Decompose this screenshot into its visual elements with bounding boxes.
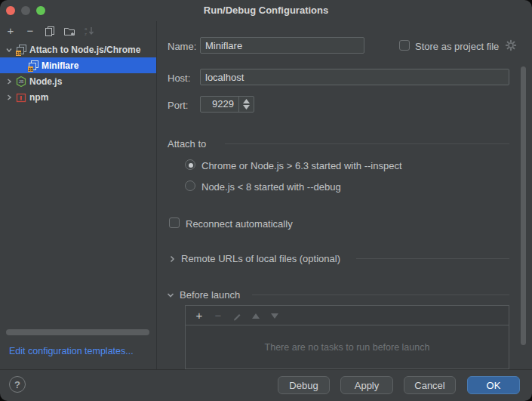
apply-button[interactable]: Apply (340, 376, 393, 394)
move-down-icon (269, 310, 281, 322)
add-configuration-icon[interactable]: + (5, 25, 17, 37)
section-divider (225, 143, 509, 144)
titlebar: Run/Debug Configurations (0, 0, 532, 21)
sidebar-item-label: Node.js (29, 76, 62, 87)
gear-icon[interactable] (505, 39, 517, 54)
chevron-down-icon[interactable] (166, 291, 175, 300)
remove-task-icon: − (212, 310, 224, 322)
no-tasks-message: There are no tasks to run before launch (186, 342, 509, 353)
sidebar-item-npm[interactable]: npm (0, 89, 156, 105)
remove-configuration-icon[interactable]: − (24, 25, 36, 37)
host-label: Host: (168, 72, 190, 84)
sidebar-toolbar: + − az (0, 21, 156, 42)
nodejs-icon: JS (15, 76, 27, 88)
sidebar-item-label: Attach to Node.js/Chrome (29, 45, 140, 55)
tasks-toolbar: + − (186, 306, 509, 325)
chevron-right-icon[interactable] (5, 77, 15, 86)
attach-debug-radio[interactable] (185, 180, 195, 191)
configurations-sidebar: + − az JS Attach to Node.js/Chrome JS (0, 21, 157, 369)
before-launch-tasks-panel: + − There are no tasks to run before lau… (185, 305, 509, 369)
sidebar-item-attach-group[interactable]: JS Attach to Node.js/Chrome (0, 42, 156, 57)
spinner-down-icon (243, 105, 250, 110)
port-spinner-buttons[interactable] (238, 97, 254, 112)
svg-text:JS: JS (19, 79, 24, 84)
move-up-icon (250, 310, 262, 322)
debug-button[interactable]: Debug (278, 376, 330, 394)
port-label: Port: (168, 100, 188, 111)
sidebar-item-miniflare[interactable]: JS Miniflare (0, 57, 156, 73)
attach-inspect-label: Chrome or Node.js > 6.3 started with --i… (201, 160, 402, 171)
ok-button[interactable]: OK (467, 376, 520, 394)
svg-text:JS: JS (16, 51, 21, 55)
remote-urls-header[interactable]: Remote URLs of local files (optional) (181, 253, 340, 264)
host-input[interactable] (200, 69, 509, 85)
name-input[interactable] (200, 37, 364, 54)
chevron-right-icon[interactable] (5, 93, 15, 102)
store-as-project-file-checkbox[interactable] (399, 40, 410, 51)
attach-to-header: Attach to (168, 138, 206, 150)
name-label: Name: (168, 41, 196, 52)
port-stepper[interactable]: 9229 (200, 96, 254, 113)
port-value[interactable]: 9229 (201, 97, 238, 112)
vertical-scrollbar[interactable] (521, 66, 526, 345)
reconnect-automatically-label: Reconnect automatically (186, 218, 293, 230)
edit-task-pencil-icon (231, 310, 243, 322)
section-divider (356, 258, 509, 259)
attach-debug-label: Node.js < 8 started with --debug (201, 181, 341, 193)
sidebar-item-nodejs[interactable]: JS Node.js (0, 73, 156, 89)
chevron-down-icon[interactable] (5, 45, 15, 54)
horizontal-scrollbar[interactable] (6, 329, 149, 335)
svg-text:a: a (85, 26, 88, 31)
copy-configuration-icon[interactable] (44, 25, 56, 37)
run-debug-configurations-dialog: Run/Debug Configurations + − az JS Attac… (0, 0, 532, 401)
sort-configurations-icon: az (83, 25, 95, 37)
dialog-footer: ? Debug Apply Cancel OK (0, 369, 532, 401)
store-as-project-file-label: Store as project file (415, 41, 499, 52)
dialog-title: Run/Debug Configurations (0, 5, 532, 16)
svg-text:z: z (85, 32, 87, 36)
npm-icon (15, 91, 27, 103)
edit-configuration-templates-link[interactable]: Edit configuration templates... (9, 346, 134, 356)
attach-nodejs-chrome-icon: JS (27, 60, 39, 72)
spinner-up-icon (243, 99, 250, 103)
cancel-button[interactable]: Cancel (404, 376, 456, 394)
new-folder-icon[interactable] (63, 25, 75, 37)
section-divider (252, 295, 509, 295)
chevron-right-icon[interactable] (168, 254, 177, 264)
attach-inspect-radio[interactable] (185, 159, 195, 170)
help-icon[interactable]: ? (9, 376, 26, 393)
sidebar-item-label: Miniflare (42, 60, 78, 71)
attach-nodejs-chrome-icon: JS (15, 44, 27, 56)
sidebar-item-label: npm (29, 92, 48, 103)
reconnect-automatically-checkbox[interactable] (169, 217, 180, 228)
add-task-icon[interactable]: + (193, 310, 205, 322)
svg-text:JS: JS (28, 66, 33, 71)
before-launch-header[interactable]: Before launch (180, 289, 240, 301)
